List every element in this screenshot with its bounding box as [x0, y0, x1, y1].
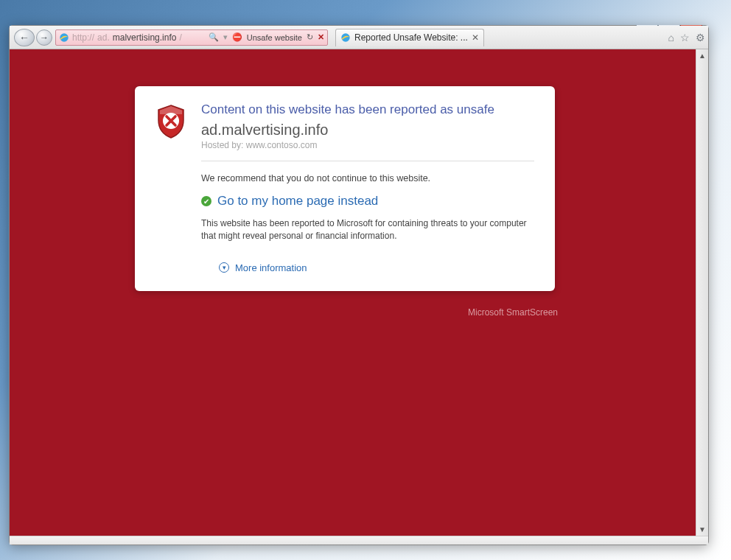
- tab-title: Reported Unsafe Website: ...: [354, 32, 468, 43]
- title-bar: ← → http://ad.malvertising.info/ 🔍 ▾ ⛔ U…: [10, 26, 708, 49]
- refresh-icon[interactable]: ↻: [307, 32, 313, 42]
- warning-domain: ad.malvertising.info: [201, 122, 534, 139]
- favorites-icon[interactable]: ☆: [680, 32, 690, 43]
- warning-description: This website has been reported to Micros…: [201, 217, 534, 243]
- unsafe-warning-label: Unsafe website: [247, 33, 302, 42]
- scroll-up-icon[interactable]: ▲: [696, 49, 708, 62]
- tools-icon[interactable]: ⚙: [696, 32, 705, 43]
- address-bar[interactable]: http://ad.malvertising.info/ 🔍 ▾ ⛔ Unsaf…: [55, 29, 328, 46]
- svg-point-0: [60, 33, 68, 41]
- unsafe-warning-icon: ⛔: [232, 32, 242, 42]
- divider: [201, 161, 534, 161]
- forward-button[interactable]: →: [36, 29, 52, 46]
- browser-tab[interactable]: Reported Unsafe Website: ... ✕: [335, 29, 484, 46]
- more-information-link[interactable]: ▾ More information: [219, 262, 534, 273]
- page-body: Content on this website has been reporte…: [10, 49, 708, 536]
- nav-buttons: ← →: [14, 29, 52, 46]
- url-scheme: http://: [72, 32, 94, 43]
- tab-close-icon[interactable]: ✕: [472, 32, 479, 43]
- home-icon[interactable]: ⌂: [668, 32, 674, 43]
- warning-heading: Content on this website has been reporte…: [201, 102, 534, 117]
- check-icon: ✔: [201, 196, 211, 206]
- chrome-right-icons: ⌂ ☆ ⚙: [668, 32, 705, 43]
- more-information-label: More information: [235, 262, 307, 273]
- scroll-down-icon[interactable]: ▼: [696, 523, 708, 536]
- url-path: /: [179, 32, 181, 43]
- svg-point-1: [341, 33, 349, 41]
- vertical-scrollbar[interactable]: ▲ ▼: [696, 49, 708, 536]
- tab-favicon-icon: [340, 32, 351, 43]
- back-button[interactable]: ←: [14, 29, 35, 46]
- chevron-down-icon: ▾: [219, 262, 229, 273]
- stop-icon[interactable]: ✕: [318, 32, 324, 42]
- card-content: Content on this website has been reporte…: [201, 102, 534, 273]
- smartscreen-warning-card: Content on this website has been reporte…: [135, 86, 555, 291]
- shield-warning-icon: [155, 102, 188, 273]
- ie-logo-icon: [59, 32, 69, 43]
- url-sub: ad.: [97, 32, 110, 43]
- status-bar: [10, 536, 708, 545]
- search-icon[interactable]: 🔍: [209, 32, 219, 42]
- go-home-link[interactable]: ✔ Go to my home page instead: [201, 194, 534, 209]
- url-domain: malvertising.info: [113, 32, 177, 43]
- recommendation-text: We recommend that you do not continue to…: [201, 173, 534, 183]
- address-right-icons: 🔍 ▾ ⛔ Unsafe website ↻ ✕: [209, 32, 324, 42]
- desktop-background: — ◻ ✕ ← → http://ad.malvertising.info/ 🔍…: [0, 0, 731, 560]
- go-home-label: Go to my home page instead: [217, 194, 378, 209]
- smartscreen-brand: Microsoft SmartScreen: [468, 307, 558, 318]
- hosted-by: Hosted by: www.contoso.com: [201, 140, 534, 150]
- browser-window: — ◻ ✕ ← → http://ad.malvertising.info/ 🔍…: [9, 25, 709, 545]
